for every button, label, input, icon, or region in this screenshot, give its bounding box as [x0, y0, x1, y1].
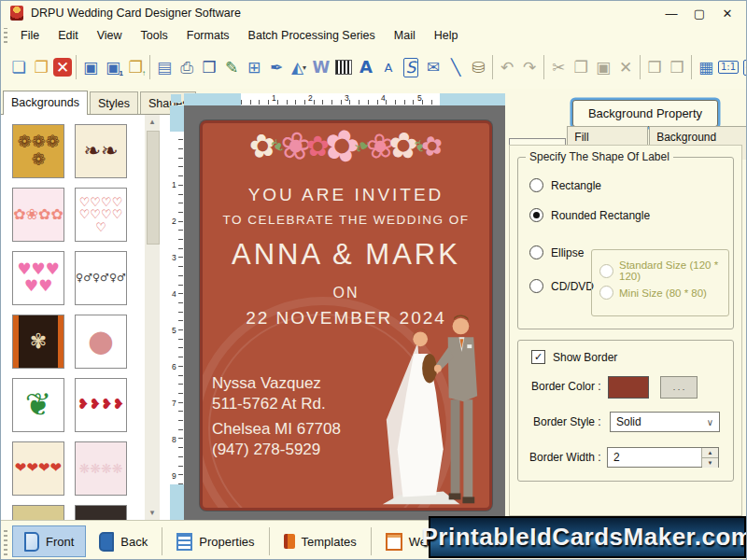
spin-down-icon[interactable]: ▼ [702, 458, 718, 468]
bottom-button-label: Properties [199, 535, 254, 549]
grid-view-icon[interactable]: ▦ [696, 56, 716, 78]
database-icon[interactable]: ⛁ [468, 56, 488, 78]
menu-item-batch-processing-series[interactable]: Batch Processing Series [239, 27, 385, 44]
watermark-icon[interactable]: W [311, 56, 331, 78]
card-address-block[interactable]: Nyssa Vazquez511-5762 At Rd.Chelsea MI 6… [212, 373, 341, 460]
add-image-icon[interactable]: ⊞ [244, 56, 264, 78]
new-document-icon[interactable]: ❏ [8, 56, 29, 78]
radio-option-rounded-rectangle[interactable]: Rounded Rectangle [529, 208, 650, 222]
actual-size-icon[interactable]: 1:1 [718, 56, 739, 78]
save-icon-glyph: ▣ [83, 60, 98, 76]
menu-item-mail[interactable]: Mail [385, 27, 425, 44]
radio-mini-size-80-80- [599, 286, 613, 300]
bg-thumb-dark-floral[interactable]: ✿✿ [75, 505, 127, 520]
spinner-buttons[interactable]: ▲ ▼ [701, 448, 718, 467]
close-file-icon[interactable]: ✕ [53, 58, 72, 77]
shape-tool-icon[interactable]: ◭▾ [289, 56, 309, 78]
radio-ellipse[interactable] [529, 245, 543, 259]
delete-icon[interactable]: ✕ [615, 56, 636, 78]
border-color-swatch[interactable] [608, 376, 649, 399]
design-canvas[interactable]: ✿❧❀✿✿❧❀✿❧✿ YOU ARE INVITED TO CELEBRATE … [184, 105, 505, 520]
border-width-spinner[interactable]: 2 ▲ ▼ [607, 447, 719, 468]
bottom-button-back[interactable]: Back [88, 526, 159, 556]
undo-icon[interactable]: ↶ [497, 56, 517, 78]
bg-thumb-leaf-elephant[interactable]: ❦ [12, 378, 64, 432]
bg-thumb-pink-lace[interactable]: ❋❋❋❋ [75, 441, 127, 496]
card-couple-names[interactable]: ANNA & MARK [203, 238, 489, 272]
cut-icon[interactable]: ✂ [548, 56, 569, 78]
show-border-checkbox[interactable]: ✓ [531, 350, 545, 364]
thumbnails-scrollbar[interactable]: ▴ ▾ [145, 115, 160, 520]
bg-thumb-paisley[interactable]: ❧❧ [75, 124, 127, 178]
toolbar-separator [492, 55, 493, 79]
bg-thumb-couple-sketches[interactable]: ♀♂♀♂♀♂ [75, 251, 127, 305]
tab-backgrounds[interactable]: Backgrounds [3, 91, 88, 115]
menu-item-view[interactable]: View [88, 27, 132, 44]
bg-thumb-gold-pattern[interactable] [12, 505, 64, 520]
bring-to-front-icon[interactable]: ❒ [644, 56, 665, 78]
vertical-ruler: 123456789 [170, 105, 184, 520]
radio-option-ellipse[interactable]: Ellipse [529, 245, 584, 259]
bg-thumb-heart-outlines[interactable]: ♡♡♡♡♡♡♡♡♡ [75, 188, 127, 242]
menu-item-edit[interactable]: Edit [49, 27, 88, 44]
copy-design-icon[interactable]: ❒ [199, 56, 219, 78]
scrollbar-thumb[interactable] [147, 131, 160, 245]
bg-thumb-gold-floral[interactable]: ❁❁❁❁ [12, 124, 64, 178]
radio-label-ellipse: Ellipse [551, 246, 584, 259]
minimize-button[interactable]: — [664, 7, 679, 21]
paste-icon[interactable]: ▣ [593, 56, 613, 78]
card-invite-line1[interactable]: YOU ARE INVITED [203, 185, 489, 205]
radio-cd-dvd[interactable] [529, 279, 543, 293]
signature-icon[interactable]: S [401, 56, 421, 78]
radio-option-cd-dvd[interactable]: CD/DVD [529, 279, 594, 293]
small-text-icon[interactable]: A [378, 56, 399, 78]
wedding-card[interactable]: ✿❧❀✿✿❧❀✿❧✿ YOU ARE INVITED TO CELEBRATE … [200, 120, 492, 511]
scroll-down-icon[interactable]: ▾ [145, 506, 160, 520]
print-preview-icon[interactable]: ▤ [154, 56, 175, 78]
card-on-word[interactable]: ON [203, 285, 489, 301]
border-style-dropdown[interactable]: Solid ∨ [610, 412, 720, 432]
menu-item-file[interactable]: File [11, 27, 49, 44]
bottom-button-properties[interactable]: Properties [165, 526, 265, 556]
bg-thumb-rose-petals[interactable]: ❥❥❥❥ [75, 378, 127, 432]
menu-item-formats[interactable]: Formats [177, 27, 239, 44]
barcode-icon[interactable] [333, 56, 354, 78]
show-border-row[interactable]: ✓ Show Border [531, 350, 617, 364]
bottom-button-front[interactable]: Front [12, 525, 86, 557]
bg-thumb-pink-hearts[interactable]: ♥♥♥♥♥ [12, 251, 64, 305]
bg-thumb-pink-flowers[interactable]: ✿❀✿✿ [12, 188, 64, 242]
save-icon[interactable]: ▣ [80, 56, 101, 78]
spin-up-icon[interactable]: ▲ [702, 448, 718, 458]
border-color-browse-button[interactable]: . . . [660, 376, 698, 399]
tab-styles[interactable]: Styles [90, 91, 138, 114]
edit-image-icon[interactable]: ✎ [221, 56, 242, 78]
bg-thumb-hearts-collage[interactable]: ❤❤❤❤ [12, 441, 64, 496]
scroll-up-icon[interactable]: ▴ [145, 115, 160, 129]
open-file-icon[interactable]: ❐ [31, 56, 51, 78]
redo-icon[interactable]: ↷ [519, 56, 540, 78]
save-as-icon[interactable]: ▣1 [103, 56, 123, 78]
menu-item-tools[interactable]: Tools [132, 27, 177, 44]
bg-thumb-ganesha-orange[interactable]: ✾ [12, 315, 64, 369]
maximize-button[interactable]: ▢ [692, 7, 707, 21]
print-icon[interactable]: ⎙ [176, 56, 197, 78]
line-tool-icon[interactable]: ╲ [445, 56, 466, 78]
close-button[interactable]: ✕ [720, 7, 735, 21]
pen-tool-icon[interactable]: ✒ [266, 56, 287, 78]
fit-to-window-icon[interactable]: ✥ [740, 56, 747, 78]
background-property-button[interactable]: Background Property [572, 100, 718, 127]
export-folder-icon[interactable]: ❐↑ [125, 56, 146, 78]
copy-icon[interactable]: ❐ [571, 56, 591, 78]
radio-option-rectangle[interactable]: Rectangle [529, 178, 601, 192]
radio-rounded-rectangle[interactable] [529, 208, 543, 222]
mail-icon[interactable]: ✉ [423, 56, 444, 78]
text-tool-icon[interactable]: A [356, 56, 376, 78]
database-icon-glyph: ⛁ [472, 60, 485, 76]
card-invite-line2[interactable]: TO CELEBRATE THE WEDDING OF [203, 213, 489, 227]
bg-thumb-pink-elephant[interactable]: ● [75, 315, 127, 369]
grid-view-icon-glyph: ▦ [698, 60, 713, 76]
radio-rectangle[interactable] [529, 178, 543, 192]
menu-item-help[interactable]: Help [425, 27, 468, 44]
send-to-back-icon[interactable]: ❒ [667, 56, 687, 78]
bottom-button-templates[interactable]: Templates [273, 526, 368, 556]
